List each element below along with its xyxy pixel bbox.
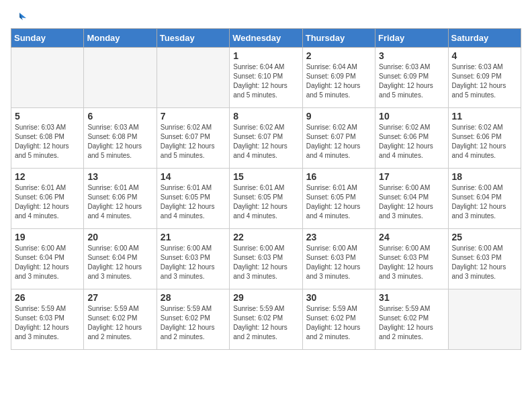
day-info: Sunrise: 6:01 AM Sunset: 6:05 PM Dayligh…	[233, 183, 298, 221]
day-number: 7	[161, 111, 226, 122]
day-info: Sunrise: 6:02 AM Sunset: 6:06 PM Dayligh…	[379, 123, 444, 161]
day-info: Sunrise: 6:00 AM Sunset: 6:03 PM Dayligh…	[233, 244, 298, 281]
day-number: 10	[379, 111, 444, 122]
day-info: Sunrise: 6:01 AM Sunset: 6:05 PM Dayligh…	[306, 183, 371, 221]
day-info: Sunrise: 6:03 AM Sunset: 6:09 PM Dayligh…	[379, 62, 444, 100]
calendar-cell: 30Sunrise: 5:59 AM Sunset: 6:02 PM Dayli…	[302, 289, 375, 350]
day-number: 27	[87, 292, 152, 303]
calendar-cell: 31Sunrise: 5:59 AM Sunset: 6:02 PM Dayli…	[375, 289, 448, 350]
day-number: 3	[379, 50, 444, 61]
calendar-cell: 1Sunrise: 6:04 AM Sunset: 6:10 PM Daylig…	[230, 48, 302, 108]
calendar-cell: 16Sunrise: 6:01 AM Sunset: 6:05 PM Dayli…	[302, 169, 375, 229]
calendar-cell: 2Sunrise: 6:04 AM Sunset: 6:09 PM Daylig…	[302, 48, 375, 108]
day-number: 12	[15, 171, 80, 182]
calendar-cell: 23Sunrise: 6:00 AM Sunset: 6:03 PM Dayli…	[302, 229, 375, 289]
day-info: Sunrise: 6:00 AM Sunset: 6:03 PM Dayligh…	[452, 244, 517, 281]
day-number: 5	[15, 111, 80, 122]
day-number: 25	[452, 232, 517, 242]
col-header-friday: Friday	[375, 29, 448, 48]
col-header-sunday: Sunday	[11, 29, 84, 48]
calendar-cell: 29Sunrise: 5:59 AM Sunset: 6:02 PM Dayli…	[230, 289, 302, 350]
logo	[11, 11, 27, 23]
calendar-cell: 11Sunrise: 6:02 AM Sunset: 6:06 PM Dayli…	[448, 108, 521, 169]
day-number: 1	[233, 50, 298, 61]
day-info: Sunrise: 6:03 AM Sunset: 6:08 PM Dayligh…	[87, 123, 152, 161]
day-number: 24	[379, 232, 444, 242]
calendar-cell	[11, 48, 84, 108]
col-header-monday: Monday	[84, 29, 157, 48]
calendar-cell: 27Sunrise: 5:59 AM Sunset: 6:02 PM Dayli…	[84, 289, 157, 350]
day-number: 4	[452, 50, 517, 61]
calendar-cell: 9Sunrise: 6:02 AM Sunset: 6:07 PM Daylig…	[302, 108, 375, 169]
calendar-cell: 4Sunrise: 6:03 AM Sunset: 6:09 PM Daylig…	[448, 48, 521, 108]
day-info: Sunrise: 6:01 AM Sunset: 6:06 PM Dayligh…	[87, 183, 152, 221]
day-number: 6	[87, 111, 152, 122]
calendar-week-row: 19Sunrise: 6:00 AM Sunset: 6:04 PM Dayli…	[11, 229, 521, 289]
day-info: Sunrise: 6:00 AM Sunset: 6:04 PM Dayligh…	[15, 244, 80, 281]
calendar-cell: 7Sunrise: 6:02 AM Sunset: 6:07 PM Daylig…	[157, 108, 229, 169]
calendar-cell: 3Sunrise: 6:03 AM Sunset: 6:09 PM Daylig…	[375, 48, 448, 108]
col-header-thursday: Thursday	[302, 29, 375, 48]
page-header	[11, 11, 521, 23]
day-info: Sunrise: 6:02 AM Sunset: 6:07 PM Dayligh…	[306, 123, 371, 161]
day-info: Sunrise: 6:00 AM Sunset: 6:04 PM Dayligh…	[379, 183, 444, 221]
day-info: Sunrise: 5:59 AM Sunset: 6:02 PM Dayligh…	[161, 304, 226, 342]
calendar-cell: 22Sunrise: 6:00 AM Sunset: 6:03 PM Dayli…	[230, 229, 302, 289]
calendar-cell: 26Sunrise: 5:59 AM Sunset: 6:03 PM Dayli…	[11, 289, 84, 350]
logo-bird-icon	[12, 11, 27, 26]
calendar-cell: 28Sunrise: 5:59 AM Sunset: 6:02 PM Dayli…	[157, 289, 229, 350]
day-number: 31	[379, 292, 444, 303]
day-info: Sunrise: 6:02 AM Sunset: 6:07 PM Dayligh…	[161, 123, 226, 161]
calendar-week-row: 5Sunrise: 6:03 AM Sunset: 6:08 PM Daylig…	[11, 108, 521, 169]
day-info: Sunrise: 6:00 AM Sunset: 6:03 PM Dayligh…	[306, 244, 371, 281]
calendar-cell	[448, 289, 521, 350]
calendar-cell: 20Sunrise: 6:00 AM Sunset: 6:04 PM Dayli…	[84, 229, 157, 289]
day-number: 14	[161, 171, 226, 182]
day-info: Sunrise: 6:01 AM Sunset: 6:06 PM Dayligh…	[15, 183, 80, 221]
day-number: 18	[452, 171, 517, 182]
calendar-table: SundayMondayTuesdayWednesdayThursdayFrid…	[11, 28, 521, 350]
day-info: Sunrise: 6:00 AM Sunset: 6:04 PM Dayligh…	[87, 244, 152, 281]
day-info: Sunrise: 6:00 AM Sunset: 6:03 PM Dayligh…	[161, 244, 226, 281]
day-info: Sunrise: 5:59 AM Sunset: 6:03 PM Dayligh…	[15, 304, 80, 342]
day-number: 2	[306, 50, 371, 61]
calendar-cell: 6Sunrise: 6:03 AM Sunset: 6:08 PM Daylig…	[84, 108, 157, 169]
calendar-cell: 13Sunrise: 6:01 AM Sunset: 6:06 PM Dayli…	[84, 169, 157, 229]
day-number: 29	[233, 292, 298, 303]
day-number: 23	[306, 232, 371, 242]
calendar-cell	[157, 48, 229, 108]
calendar-cell: 18Sunrise: 6:00 AM Sunset: 6:04 PM Dayli…	[448, 169, 521, 229]
calendar-cell	[84, 48, 157, 108]
calendar-week-row: 26Sunrise: 5:59 AM Sunset: 6:03 PM Dayli…	[11, 289, 521, 350]
calendar-header-row: SundayMondayTuesdayWednesdayThursdayFrid…	[11, 29, 521, 48]
day-info: Sunrise: 5:59 AM Sunset: 6:02 PM Dayligh…	[87, 304, 152, 342]
day-info: Sunrise: 6:04 AM Sunset: 6:09 PM Dayligh…	[306, 62, 371, 100]
day-info: Sunrise: 6:00 AM Sunset: 6:04 PM Dayligh…	[452, 183, 517, 221]
day-number: 15	[233, 171, 298, 182]
day-number: 8	[233, 111, 298, 122]
day-number: 21	[161, 232, 226, 242]
calendar-cell: 15Sunrise: 6:01 AM Sunset: 6:05 PM Dayli…	[230, 169, 302, 229]
day-number: 19	[15, 232, 80, 242]
day-info: Sunrise: 6:01 AM Sunset: 6:05 PM Dayligh…	[161, 183, 226, 221]
col-header-wednesday: Wednesday	[230, 29, 302, 48]
day-number: 17	[379, 171, 444, 182]
calendar-cell: 17Sunrise: 6:00 AM Sunset: 6:04 PM Dayli…	[375, 169, 448, 229]
calendar-cell: 14Sunrise: 6:01 AM Sunset: 6:05 PM Dayli…	[157, 169, 229, 229]
day-number: 16	[306, 171, 371, 182]
day-info: Sunrise: 6:02 AM Sunset: 6:06 PM Dayligh…	[452, 123, 517, 161]
day-info: Sunrise: 6:03 AM Sunset: 6:08 PM Dayligh…	[15, 123, 80, 161]
day-number: 13	[87, 171, 152, 182]
col-header-saturday: Saturday	[448, 29, 521, 48]
day-info: Sunrise: 6:02 AM Sunset: 6:07 PM Dayligh…	[233, 123, 298, 161]
calendar-week-row: 1Sunrise: 6:04 AM Sunset: 6:10 PM Daylig…	[11, 48, 521, 108]
day-info: Sunrise: 6:00 AM Sunset: 6:03 PM Dayligh…	[379, 244, 444, 281]
calendar-cell: 12Sunrise: 6:01 AM Sunset: 6:06 PM Dayli…	[11, 169, 84, 229]
day-number: 9	[306, 111, 371, 122]
calendar-cell: 25Sunrise: 6:00 AM Sunset: 6:03 PM Dayli…	[448, 229, 521, 289]
day-info: Sunrise: 5:59 AM Sunset: 6:02 PM Dayligh…	[379, 304, 444, 342]
day-number: 20	[87, 232, 152, 242]
day-info: Sunrise: 6:03 AM Sunset: 6:09 PM Dayligh…	[452, 62, 517, 100]
calendar-cell: 24Sunrise: 6:00 AM Sunset: 6:03 PM Dayli…	[375, 229, 448, 289]
calendar-cell: 5Sunrise: 6:03 AM Sunset: 6:08 PM Daylig…	[11, 108, 84, 169]
